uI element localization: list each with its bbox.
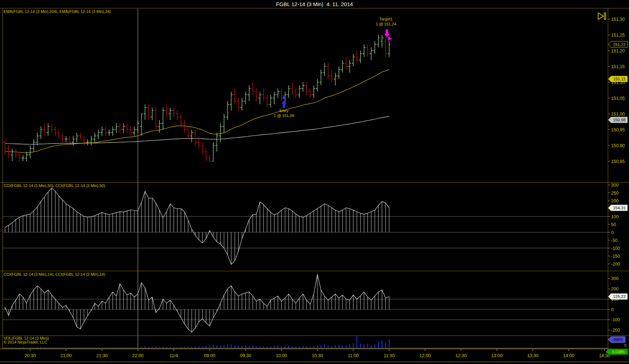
volume-bar — [321, 345, 321, 348]
volume-bar — [134, 347, 135, 348]
volume-bar — [12, 347, 13, 348]
volume-bar — [292, 346, 293, 348]
target-annotation-detail: 1 @ 151,24 — [376, 22, 396, 26]
volume-bar — [5, 347, 5, 348]
volume-bar — [84, 347, 84, 348]
cci14-marker: 125,22 — [613, 294, 625, 299]
cci50-axis-tick-label: -200 — [611, 262, 620, 267]
volume-bar — [48, 347, 48, 348]
volume-bar — [152, 347, 153, 348]
volume-bar — [285, 346, 285, 348]
volume-bar — [69, 347, 70, 348]
time-tick-label: 22:00 — [132, 353, 143, 358]
volume-bar — [371, 345, 372, 348]
volume-bar — [181, 347, 181, 348]
time-tick-label: 20:30 — [24, 353, 36, 358]
volume-bar — [303, 346, 303, 348]
price-axis-tick-label: 151,20 — [611, 48, 625, 53]
volume-bar — [310, 347, 311, 348]
volume-bar — [191, 347, 192, 348]
volume-bar — [224, 345, 224, 348]
target-annotation-title: Target1 — [379, 17, 393, 21]
skip-to-end-icon[interactable] — [598, 13, 606, 19]
cci14-axis-tick-label: -100 — [611, 317, 620, 322]
volume-bar — [209, 346, 210, 348]
volume-bar — [335, 345, 336, 348]
volume-bar — [30, 347, 31, 348]
price-axis-tick-label: 151,30 — [611, 17, 625, 22]
plot-layer: 151,30151,25151,20151,15151,10151,05151,… — [0, 8, 629, 362]
volume-bar — [263, 346, 264, 348]
volume-bar — [242, 346, 242, 348]
volume-bar — [216, 345, 217, 348]
volume-bar — [37, 347, 38, 348]
volume-bar — [76, 347, 77, 348]
volume-bar — [199, 346, 199, 348]
volume-bar — [55, 347, 56, 348]
volume-bar — [252, 345, 253, 348]
volume-bar — [342, 346, 343, 348]
price-axis-tick-label: 150,90 — [611, 143, 625, 148]
price-axis-tick-label: 150,85 — [611, 159, 625, 164]
volume-bar — [234, 346, 235, 348]
volume-bar — [389, 340, 390, 348]
volume-bar — [220, 345, 221, 348]
target-pennant-icon — [388, 37, 392, 41]
time-tick-label: 14:00 — [563, 353, 574, 358]
time-tick-label: 10:30 — [312, 353, 323, 358]
volume-bar — [328, 345, 329, 348]
chart-canvas[interactable]: 151,30151,25151,20151,15151,10151,05151,… — [0, 0, 629, 364]
entry-pennant-icon — [283, 95, 286, 100]
volume-bar — [102, 347, 102, 348]
cci14-axis-tick-label: -200 — [611, 328, 620, 333]
entry-annotation-detail: 1 @ 151,06 — [274, 113, 294, 118]
volume-bar — [213, 345, 214, 348]
time-tick-label: 09:30 — [240, 353, 251, 358]
volume-bar — [87, 347, 88, 348]
time-tick-label: 21:30 — [96, 353, 107, 358]
volume-bar — [324, 344, 325, 348]
entry-up-arrow-icon — [281, 101, 286, 108]
last-price-marker: 151,22 — [613, 42, 625, 47]
volume-bar — [98, 347, 99, 348]
volume-bar — [227, 345, 228, 348]
volume-bar — [349, 344, 350, 348]
time-tick-label: 11/4 — [169, 353, 178, 358]
volume-bar — [26, 347, 27, 348]
time-tick-label: 12:30 — [455, 353, 466, 358]
volume-bar — [256, 346, 257, 348]
volume-bar — [94, 347, 95, 348]
volume-bar — [19, 347, 20, 348]
volume-bar — [166, 347, 167, 348]
volume-bar — [360, 344, 361, 348]
price-axis-tick-label: 151,00 — [611, 112, 625, 117]
volume-bar — [80, 347, 81, 348]
volume-bar — [306, 346, 307, 348]
volume-bar — [127, 347, 127, 348]
volume-bar — [73, 347, 74, 348]
time-tick-label: 21:00 — [60, 353, 71, 358]
volume-bar — [238, 346, 239, 348]
volume-bar — [91, 347, 92, 348]
volume-bar — [23, 347, 23, 348]
volume-bar — [177, 347, 178, 348]
volume-bar — [33, 347, 34, 348]
cci50-marker: 154,31 — [613, 206, 625, 210]
volume-bar — [278, 345, 278, 348]
volume-bar — [274, 346, 275, 348]
cci50-axis-tick-label: 50 — [611, 222, 616, 227]
time-tick-label: 13:00 — [491, 353, 502, 358]
entry-annotation-title: Entry — [279, 108, 289, 113]
volume-bar — [120, 347, 120, 348]
volume-bar — [159, 347, 160, 348]
cci50-axis-tick-label: -150 — [611, 254, 620, 259]
volume-bar — [173, 347, 174, 348]
cci50-axis-tick-label: 300 — [611, 183, 619, 188]
volume-bar — [385, 342, 386, 348]
volume-bar — [123, 347, 124, 348]
volume-bar — [41, 347, 41, 348]
ema34-marker: 151,11 — [613, 77, 625, 81]
ema204-marker: 150,98 — [613, 118, 625, 122]
cci50-axis-tick-label: 0 — [611, 230, 614, 235]
volume-bar — [364, 345, 364, 348]
